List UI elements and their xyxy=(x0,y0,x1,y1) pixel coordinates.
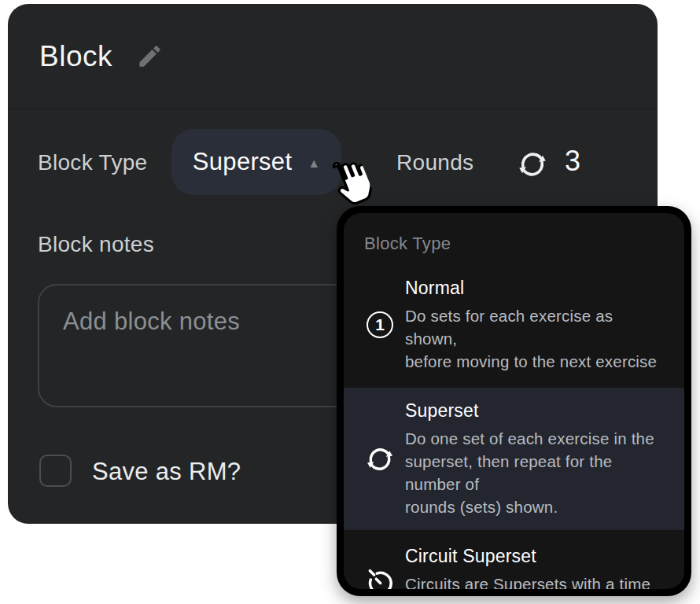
menu-item-title: Normal xyxy=(405,277,667,299)
one-circle-digit: 1 xyxy=(367,311,393,338)
menu-item-text: Superset Do one set of each exercise in … xyxy=(405,400,667,518)
page-title: Block xyxy=(39,40,112,73)
menu-item-description: Circuits are Supersets with a time requi… xyxy=(405,573,667,589)
edit-pencil-icon[interactable] xyxy=(136,42,164,70)
save-rm-checkbox[interactable] xyxy=(39,455,72,487)
card-header: Block xyxy=(8,4,658,109)
block-notes-label: Block notes xyxy=(38,232,154,257)
one-circle-icon: 1 xyxy=(355,311,405,338)
block-type-value: Superset xyxy=(193,148,292,176)
menu-item-title: Circuit Superset xyxy=(405,545,667,567)
menu-item-circuit-superset[interactable]: Circuit Superset Circuits are Supersets … xyxy=(344,533,684,589)
menu-item-text: Circuit Superset Circuits are Supersets … xyxy=(405,545,667,589)
menu-item-title: Superset xyxy=(405,400,667,422)
menu-item-text: Normal Do sets for each exercise as show… xyxy=(405,277,667,373)
rounds-label: Rounds xyxy=(396,150,473,175)
timer-icon xyxy=(355,566,405,590)
block-type-dropdown-menu: Block Type 1 Normal Do sets for each exe… xyxy=(337,206,691,596)
repeat-icon xyxy=(355,444,405,475)
repeat-icon xyxy=(516,148,549,181)
menu-item-description: Do sets for each exercise as shown, befo… xyxy=(405,304,667,373)
rounds-value[interactable]: 3 xyxy=(565,145,580,178)
dropdown-menu-body: Block Type 1 Normal Do sets for each exe… xyxy=(344,213,684,589)
menu-item-description: Do one set of each exercise in the super… xyxy=(405,427,667,518)
block-type-label: Block Type xyxy=(38,150,147,175)
save-rm-label: Save as RM? xyxy=(92,458,241,486)
menu-item-superset[interactable]: Superset Do one set of each exercise in … xyxy=(344,388,684,530)
dropdown-menu-header: Block Type xyxy=(344,213,684,262)
menu-item-normal[interactable]: 1 Normal Do sets for each exercise as sh… xyxy=(344,265,684,385)
block-type-dropdown-button[interactable]: Superset ▲ xyxy=(171,129,341,195)
